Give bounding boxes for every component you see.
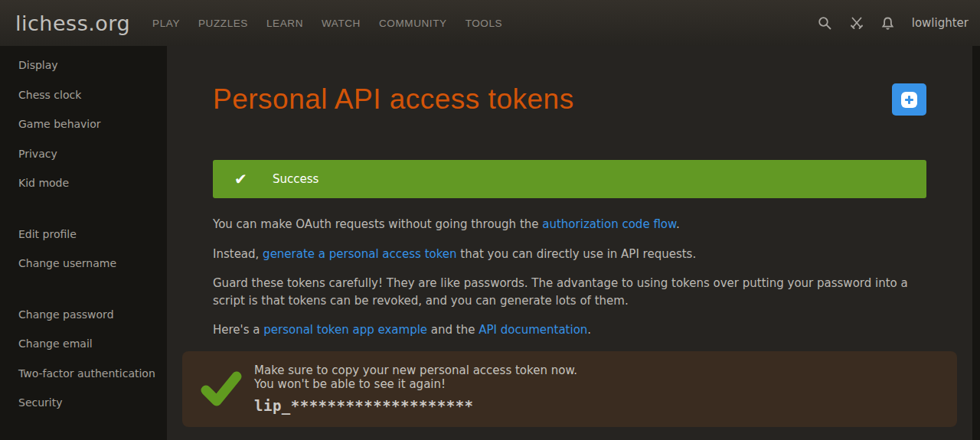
nav-item-watch[interactable]: WATCH bbox=[322, 18, 361, 29]
sidebar-item-security[interactable]: Security bbox=[0, 388, 167, 418]
sidebar-item-privacy[interactable]: Privacy bbox=[0, 139, 167, 169]
big-check-icon bbox=[199, 367, 243, 411]
top-nav: lichess.org PLAY PUZZLES LEARN WATCH COM… bbox=[0, 0, 980, 46]
token-app-example-link[interactable]: personal token app example bbox=[263, 323, 427, 337]
plus-icon bbox=[901, 92, 917, 108]
text-segment: Here's a bbox=[213, 323, 263, 337]
success-banner-label: Success bbox=[273, 172, 318, 186]
token-flash-line1: Make sure to copy your new personal acce… bbox=[254, 364, 577, 378]
main-nav: PLAY PUZZLES LEARN WATCH COMMUNITY TOOLS bbox=[152, 18, 502, 29]
crossed-swords-icon[interactable] bbox=[849, 15, 864, 31]
page-title: Personal API access tokens bbox=[213, 81, 574, 118]
nav-item-puzzles[interactable]: PUZZLES bbox=[198, 18, 248, 29]
success-banner: ✔ Success bbox=[213, 160, 926, 198]
sidebar-item-kid-mode[interactable]: Kid mode bbox=[0, 168, 167, 198]
paragraph-guard: Guard these tokens carefully! They are l… bbox=[213, 275, 926, 309]
sidebar-item-display[interactable]: Display bbox=[0, 51, 167, 80]
authorization-code-flow-link[interactable]: authorization code flow bbox=[542, 217, 676, 231]
paragraph-oauth: You can make OAuth requests without goin… bbox=[213, 216, 926, 233]
paragraph-instead: Instead, generate a personal access toke… bbox=[213, 246, 926, 263]
token-value[interactable]: lip_******************** bbox=[254, 399, 577, 413]
content-panel: Personal API access tokens ✔ Success You… bbox=[167, 46, 972, 440]
new-token-button[interactable] bbox=[892, 83, 926, 116]
nav-item-learn[interactable]: LEARN bbox=[266, 18, 303, 29]
sidebar-item-chess-clock[interactable]: Chess clock bbox=[0, 80, 167, 110]
check-icon: ✔ bbox=[234, 170, 253, 188]
sidebar-group-profile: Edit profile Change username bbox=[0, 220, 167, 279]
title-row: Personal API access tokens bbox=[213, 46, 926, 118]
nav-item-community[interactable]: COMMUNITY bbox=[379, 18, 447, 29]
sidebar-item-two-factor[interactable]: Two-factor authentication bbox=[0, 359, 167, 389]
user-menu[interactable]: lowlighter bbox=[912, 16, 969, 30]
nav-item-tools[interactable]: TOOLS bbox=[466, 18, 503, 29]
paragraph-examples: Here's a personal token app example and … bbox=[213, 321, 926, 339]
nav-right: lowlighter bbox=[818, 0, 980, 46]
text-segment: . bbox=[676, 217, 680, 231]
bell-icon[interactable] bbox=[880, 15, 896, 31]
text-segment: You can make OAuth requests without goin… bbox=[213, 217, 542, 231]
sidebar-item-change-password[interactable]: Change password bbox=[0, 300, 167, 330]
token-flash-line2: You won't be able to see it again! bbox=[254, 378, 577, 392]
generate-token-link[interactable]: generate a personal access token bbox=[263, 247, 456, 261]
text-segment: Guard these tokens carefully! They are l… bbox=[213, 276, 908, 308]
nav-item-play[interactable]: PLAY bbox=[152, 18, 180, 29]
text-segment: . bbox=[587, 323, 591, 337]
sidebar-group-preferences: Display Chess clock Game behavior Privac… bbox=[0, 51, 167, 198]
text-segment: that you can directly use in API request… bbox=[457, 247, 697, 261]
site-logo[interactable]: lichess.org bbox=[0, 11, 130, 35]
text-segment: and the bbox=[427, 323, 479, 337]
sidebar-item-game-behavior[interactable]: Game behavior bbox=[0, 109, 167, 139]
sidebar-group-security: Change password Change email Two-factor … bbox=[0, 300, 167, 418]
token-flash-text: Make sure to copy your new personal acce… bbox=[254, 364, 577, 413]
sidebar-item-change-email[interactable]: Change email bbox=[0, 329, 167, 359]
api-documentation-link[interactable]: API documentation bbox=[479, 323, 587, 337]
token-flash-box: Make sure to copy your new personal acce… bbox=[182, 351, 957, 427]
sidebar-item-edit-profile[interactable]: Edit profile bbox=[0, 220, 167, 249]
settings-sidebar: Display Chess clock Game behavior Privac… bbox=[0, 46, 167, 440]
search-icon[interactable] bbox=[818, 15, 833, 31]
sidebar-item-change-username[interactable]: Change username bbox=[0, 249, 167, 279]
text-segment: Instead, bbox=[213, 247, 263, 261]
